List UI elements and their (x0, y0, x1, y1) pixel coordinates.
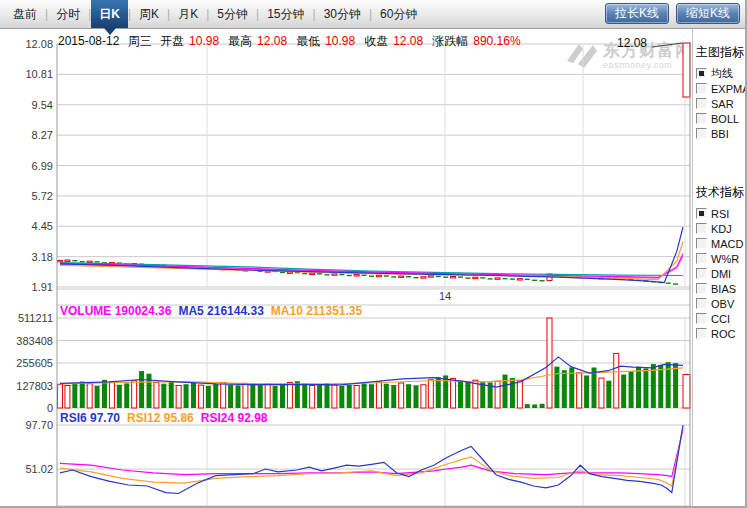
rsi-header-RSI12: RSI12 95.86 (127, 411, 194, 425)
chart-canvas[interactable] (0, 0, 747, 508)
indicator-label: W%R (711, 253, 739, 265)
indicator-label: RSI (711, 208, 729, 220)
indicator-option-CCI[interactable]: CCI (693, 311, 746, 326)
main-indicators-title: 主图指标 (696, 44, 746, 61)
toolbar-buttons: 拉长K线 缩短K线 (605, 3, 740, 24)
unchecked-box-icon (696, 238, 707, 249)
indicator-option-均线[interactable]: 均线 (693, 66, 746, 81)
unchecked-box-icon (696, 268, 707, 279)
indicator-label: EXPMA (711, 83, 747, 95)
unchecked-box-icon (696, 113, 707, 124)
tab-日K[interactable]: 日K (91, 0, 128, 28)
tab-分时[interactable]: 分时 (48, 0, 88, 28)
indicator-option-OBV[interactable]: OBV (693, 296, 746, 311)
tab-周K[interactable]: 周K (131, 0, 167, 28)
info-value: 10.98 (325, 34, 355, 48)
tab-15分钟[interactable]: 15分钟 (259, 0, 312, 28)
indicator-option-KDJ[interactable]: KDJ (693, 221, 746, 236)
info-value: 10.98 (189, 34, 219, 48)
checked-box-icon (696, 68, 707, 79)
indicator-option-EXPMA[interactable]: EXPMA (693, 81, 746, 96)
info-value: 12.08 (393, 34, 423, 48)
tab-5分钟[interactable]: 5分钟 (209, 0, 256, 28)
unchecked-box-icon (696, 223, 707, 234)
toolbar: 盘前|分时|日K|周K|月K|5分钟|15分钟|30分钟|60分钟 拉长K线 缩… (0, 0, 745, 29)
checked-box-icon (696, 208, 707, 219)
shrink-kline-button[interactable]: 缩短K线 (676, 3, 740, 24)
unchecked-box-icon (696, 328, 707, 339)
tab-30分钟[interactable]: 30分钟 (316, 0, 369, 28)
indicator-label: OBV (711, 298, 734, 310)
tab-盘前[interactable]: 盘前 (5, 0, 45, 28)
indicator-option-BBI[interactable]: BBI (693, 126, 746, 141)
indicator-option-SAR[interactable]: SAR (693, 96, 746, 111)
info-value: 890.16% (473, 34, 520, 48)
indicator-label: ROC (711, 328, 735, 340)
indicator-label: 均线 (711, 66, 733, 81)
volume-header: VOLUME 190024.36MA5 216144.33MA10 211351… (60, 304, 369, 318)
unchecked-box-icon (696, 128, 707, 139)
stretch-kline-button[interactable]: 拉长K线 (605, 3, 669, 24)
indicator-label: BBI (711, 128, 729, 140)
unchecked-box-icon (696, 313, 707, 324)
info-weekday: 周三 (128, 34, 152, 48)
indicator-label: CCI (711, 313, 730, 325)
info-label: 收盘 (364, 34, 388, 48)
info-date: 2015-08-12 (58, 34, 119, 48)
rsi-header: RSI6 97.70RSI12 95.86RSI24 92.98 (60, 411, 274, 425)
indicator-option-BIAS[interactable]: BIAS (693, 281, 746, 296)
candles (58, 43, 691, 285)
indicator-option-ROC[interactable]: ROC (693, 326, 746, 341)
indicator-option-RSI[interactable]: RSI (693, 206, 746, 221)
indicator-label: BIAS (711, 283, 736, 295)
indicator-option-BOLL[interactable]: BOLL (693, 111, 746, 126)
vol-header-MA5: MA5 216144.33 (178, 304, 263, 318)
indicator-option-MACD[interactable]: MACD (693, 236, 746, 251)
rsi-lines (60, 425, 683, 494)
unchecked-box-icon (696, 253, 707, 264)
unchecked-box-icon (696, 83, 707, 94)
indicator-option-DMI[interactable]: DMI (693, 266, 746, 281)
tab-60分钟[interactable]: 60分钟 (372, 0, 425, 28)
vol-header-MA10: MA10 211351.35 (271, 304, 362, 318)
x-axis-label: 14 (430, 290, 460, 302)
vol-header-VOLUME: VOLUME 190024.36 (60, 304, 171, 318)
indicator-option-W%R[interactable]: W%R (693, 251, 746, 266)
info-label: 开盘 (160, 34, 184, 48)
unchecked-box-icon (696, 98, 707, 109)
price-annotation: 12.08 (617, 36, 647, 50)
indicator-label: DMI (711, 268, 731, 280)
info-label: 涨跌幅 (432, 34, 468, 48)
info-value: 12.08 (257, 34, 287, 48)
main-indicators-list: 均线EXPMASARBOLLBBI (693, 66, 746, 141)
ma-lines (60, 227, 683, 283)
tech-indicators-list: RSIKDJMACDW%RDMIBIASOBVCCIROC (693, 206, 746, 341)
info-label: 最高 (228, 34, 252, 48)
app-window: 盘前|分时|日K|周K|月K|5分钟|15分钟|30分钟|60分钟 拉长K线 缩… (0, 0, 747, 508)
rsi-header-RSI24: RSI24 92.98 (201, 411, 268, 425)
indicator-label: SAR (711, 98, 734, 110)
indicator-label: MACD (711, 238, 743, 250)
rsi-header-RSI6: RSI6 97.70 (60, 411, 120, 425)
tech-indicators-title: 技术指标 (696, 184, 746, 201)
indicator-label: KDJ (711, 223, 732, 235)
indicator-label: BOLL (711, 113, 739, 125)
info-label: 最低 (296, 34, 320, 48)
unchecked-box-icon (696, 298, 707, 309)
tab-月K[interactable]: 月K (170, 0, 206, 28)
unchecked-box-icon (696, 283, 707, 294)
indicator-sidebar: 主图指标 均线EXPMASARBOLLBBI 技术指标 RSIKDJMACDW%… (692, 29, 746, 506)
ohlc-info-bar: 2015-08-12 周三 开盘10.98最高12.08最低10.98收盘12.… (58, 33, 530, 50)
